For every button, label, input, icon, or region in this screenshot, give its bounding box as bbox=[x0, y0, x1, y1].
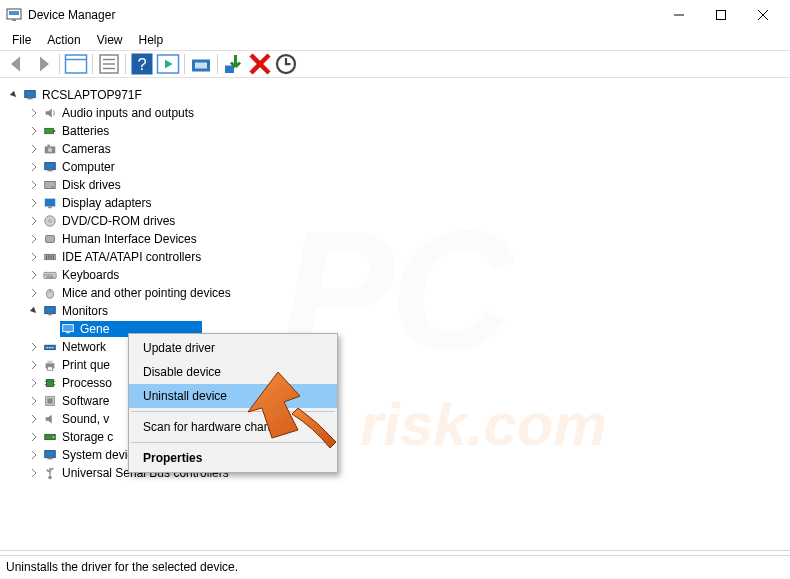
tree-category-usb[interactable]: Universal Serial Bus controllers bbox=[4, 464, 788, 482]
collapse-icon[interactable] bbox=[8, 89, 20, 101]
device-tree[interactable]: RCSLAPTOP971F Audio inputs and outputs B… bbox=[0, 82, 790, 551]
computer-icon bbox=[42, 159, 58, 175]
tree-category-display-adapters[interactable]: Display adapters bbox=[4, 194, 788, 212]
expand-icon[interactable] bbox=[28, 179, 40, 191]
tree-category-monitors[interactable]: Monitors bbox=[4, 302, 788, 320]
tree-category-system[interactable]: System devices bbox=[4, 446, 788, 464]
tree-category-hid[interactable]: Human Interface Devices bbox=[4, 230, 788, 248]
collapse-icon[interactable] bbox=[28, 305, 40, 317]
scan-hardware-toolbar-button[interactable] bbox=[189, 53, 213, 75]
expand-icon[interactable] bbox=[28, 125, 40, 137]
toolbar-separator bbox=[59, 54, 60, 74]
svg-rect-60 bbox=[47, 361, 52, 364]
tree-category-audio[interactable]: Audio inputs and outputs bbox=[4, 104, 788, 122]
expand-icon[interactable] bbox=[28, 287, 40, 299]
expand-icon[interactable] bbox=[28, 413, 40, 425]
tree-category-software[interactable]: Software bbox=[4, 392, 788, 410]
svg-point-75 bbox=[52, 468, 54, 470]
menu-file[interactable]: File bbox=[4, 31, 39, 49]
svg-point-73 bbox=[48, 476, 52, 480]
svg-rect-25 bbox=[54, 130, 56, 132]
tree-category-network[interactable]: Network bbox=[4, 338, 788, 356]
svg-rect-53 bbox=[63, 325, 74, 332]
expand-icon[interactable] bbox=[28, 377, 40, 389]
tree-category-keyboards[interactable]: Keyboards bbox=[4, 266, 788, 284]
svg-rect-2 bbox=[12, 19, 16, 21]
tree-category-cameras[interactable]: Cameras bbox=[4, 140, 788, 158]
svg-rect-72 bbox=[47, 458, 52, 460]
context-menu-properties[interactable]: Properties bbox=[129, 446, 337, 470]
svg-point-32 bbox=[52, 186, 54, 188]
menu-view[interactable]: View bbox=[89, 31, 131, 49]
enable-device-toolbar-button[interactable] bbox=[222, 53, 246, 75]
expand-icon[interactable] bbox=[28, 197, 40, 209]
expand-icon[interactable] bbox=[28, 467, 40, 479]
expand-icon[interactable] bbox=[28, 449, 40, 461]
uninstall-device-toolbar-button[interactable] bbox=[248, 53, 272, 75]
expand-icon[interactable] bbox=[28, 251, 40, 263]
action-toolbar-button[interactable] bbox=[156, 53, 180, 75]
svg-rect-22 bbox=[25, 91, 36, 98]
svg-rect-47 bbox=[51, 274, 53, 275]
tree-category-ide[interactable]: IDE ATA/ATAPI controllers bbox=[4, 248, 788, 266]
svg-rect-48 bbox=[47, 276, 54, 277]
expand-icon[interactable] bbox=[28, 359, 40, 371]
expand-icon[interactable] bbox=[28, 161, 40, 173]
context-menu-update-driver[interactable]: Update driver bbox=[129, 336, 337, 360]
svg-rect-61 bbox=[47, 367, 52, 371]
menu-help[interactable]: Help bbox=[131, 31, 172, 49]
expand-icon[interactable] bbox=[28, 107, 40, 119]
show-hide-console-button[interactable] bbox=[64, 53, 88, 75]
system-icon bbox=[42, 447, 58, 463]
svg-rect-68 bbox=[47, 398, 52, 403]
properties-toolbar-button[interactable] bbox=[97, 53, 121, 75]
menu-bar: File Action View Help bbox=[0, 30, 790, 50]
svg-rect-1 bbox=[9, 11, 19, 15]
tree-category-computer[interactable]: Computer bbox=[4, 158, 788, 176]
context-menu-scan-hardware[interactable]: Scan for hardware changes bbox=[129, 415, 337, 439]
tree-category-processors[interactable]: Processo bbox=[4, 374, 788, 392]
tree-device-monitor-selected[interactable]: Gene bbox=[4, 320, 788, 338]
context-menu-uninstall-device[interactable]: Uninstall device bbox=[129, 384, 337, 408]
maximize-button[interactable] bbox=[700, 0, 742, 30]
tree-root[interactable]: RCSLAPTOP971F bbox=[4, 86, 788, 104]
tree-category-mice[interactable]: Mice and other pointing devices bbox=[4, 284, 788, 302]
expand-icon[interactable] bbox=[28, 215, 40, 227]
help-toolbar-button[interactable]: ? bbox=[130, 53, 154, 75]
expand-icon[interactable] bbox=[28, 269, 40, 281]
svg-point-36 bbox=[49, 220, 52, 223]
tree-category-sound[interactable]: Sound, v bbox=[4, 410, 788, 428]
speaker-icon bbox=[42, 411, 58, 427]
tree-category-disk-drives[interactable]: Disk drives bbox=[4, 176, 788, 194]
window-controls bbox=[658, 0, 784, 30]
close-button[interactable] bbox=[742, 0, 784, 30]
device-manager-icon bbox=[6, 7, 22, 23]
tree-category-dvd[interactable]: DVD/CD-ROM drives bbox=[4, 212, 788, 230]
context-menu-separator bbox=[131, 411, 335, 412]
tree-category-print-queues[interactable]: Print que bbox=[4, 356, 788, 374]
svg-rect-4 bbox=[717, 11, 726, 20]
forward-button[interactable] bbox=[31, 53, 55, 75]
ide-icon bbox=[42, 249, 58, 265]
expand-icon[interactable] bbox=[28, 341, 40, 353]
svg-rect-56 bbox=[47, 347, 49, 348]
tree-category-storage[interactable]: Storage c bbox=[4, 428, 788, 446]
expand-icon[interactable] bbox=[28, 233, 40, 245]
storage-icon bbox=[42, 429, 58, 445]
back-button[interactable] bbox=[5, 53, 29, 75]
menu-action[interactable]: Action bbox=[39, 31, 88, 49]
expand-icon[interactable] bbox=[28, 395, 40, 407]
expand-icon[interactable] bbox=[28, 431, 40, 443]
svg-point-70 bbox=[53, 436, 55, 438]
svg-rect-62 bbox=[47, 380, 54, 387]
tree-category-batteries[interactable]: Batteries bbox=[4, 122, 788, 140]
expand-icon[interactable] bbox=[28, 143, 40, 155]
update-driver-toolbar-button[interactable] bbox=[274, 53, 298, 75]
disk-icon bbox=[42, 177, 58, 193]
toolbar-separator bbox=[217, 54, 218, 74]
minimize-button[interactable] bbox=[658, 0, 700, 30]
svg-rect-18 bbox=[225, 66, 234, 74]
svg-rect-46 bbox=[48, 274, 50, 275]
context-menu: Update driver Disable device Uninstall d… bbox=[128, 333, 338, 473]
context-menu-disable-device[interactable]: Disable device bbox=[129, 360, 337, 384]
